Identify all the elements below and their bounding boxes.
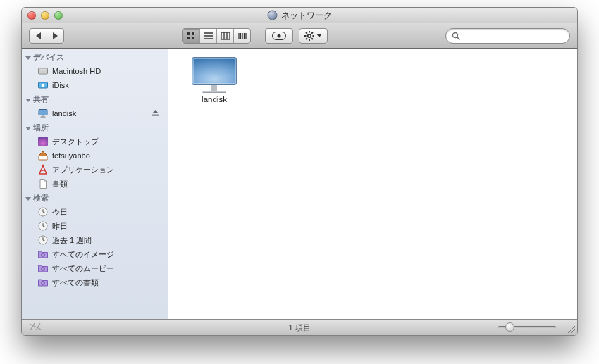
applications-icon xyxy=(37,164,49,175)
resize-handle[interactable] xyxy=(566,324,576,334)
disclosure-triangle-icon xyxy=(25,99,31,102)
columns-icon xyxy=(221,32,230,40)
grid-icon xyxy=(186,32,196,40)
sidebar-group-places[interactable]: 場所 xyxy=(22,122,168,134)
view-coverflow-button[interactable] xyxy=(233,29,250,43)
finder-window: ネットワーク xyxy=(21,7,578,336)
svg-rect-32 xyxy=(41,117,46,118)
smart-folder-icon xyxy=(37,249,49,260)
smart-folder-icon xyxy=(37,277,49,288)
chevron-right-icon xyxy=(53,32,58,39)
sidebar-item-all-documents[interactable]: すべての書類 xyxy=(22,275,168,289)
titlebar[interactable]: ネットワーク xyxy=(22,8,577,23)
home-icon xyxy=(37,150,49,161)
sidebar-item-all-images[interactable]: すべてのイメージ xyxy=(22,247,168,261)
smart-folder-icon xyxy=(37,263,49,274)
window-title-text: ネットワーク xyxy=(281,9,332,21)
sidebar-item-label: デスクトップ xyxy=(52,137,163,147)
forward-button[interactable] xyxy=(47,29,63,43)
shared-computer-icon xyxy=(37,108,49,119)
svg-rect-27 xyxy=(39,70,47,73)
search-icon xyxy=(452,32,460,40)
chevron-down-icon xyxy=(316,34,322,37)
svg-rect-2 xyxy=(187,37,190,39)
svg-rect-31 xyxy=(42,115,44,117)
view-list-button[interactable] xyxy=(199,29,216,43)
sidebar-group-shared[interactable]: 共有 xyxy=(22,94,168,106)
eject-button[interactable] xyxy=(152,109,159,118)
gear-icon xyxy=(304,31,314,41)
action-menu-button[interactable] xyxy=(299,28,328,44)
search-field[interactable] xyxy=(445,28,570,44)
sidebar-group-search[interactable]: 検索 xyxy=(22,192,168,205)
sidebar-item-label: 過去 1 週間 xyxy=(52,235,163,246)
eject-icon xyxy=(152,109,159,117)
sidebar-item-label: tetsuyanbo xyxy=(52,151,163,160)
sidebar-item-documents[interactable]: 書類 xyxy=(22,177,168,191)
network-icon xyxy=(268,11,278,20)
view-icons-button[interactable] xyxy=(183,29,199,43)
back-button[interactable] xyxy=(30,29,47,43)
item-label: landisk xyxy=(186,95,242,103)
sidebar-group-devices[interactable]: デバイス xyxy=(22,51,168,64)
sidebar-item-all-movies[interactable]: すべてのムービー xyxy=(22,261,168,275)
svg-rect-3 xyxy=(192,37,194,39)
toolbar xyxy=(22,23,577,49)
sidebar-item-today[interactable]: 今日 xyxy=(22,205,168,219)
idisk-icon xyxy=(37,80,49,91)
sidebar-item-applications[interactable]: アプリケーション xyxy=(22,163,168,177)
svg-rect-7 xyxy=(221,32,230,39)
sidebar-item-home[interactable]: tetsuyanbo xyxy=(22,149,168,163)
sidebar-item-macintosh-hd[interactable]: Macintosh HD xyxy=(22,64,168,78)
window-title: ネットワーク xyxy=(268,9,332,21)
sidebar: デバイス Macintosh HD iDisk 共有 landisk xyxy=(22,49,168,319)
view-mode-buttons xyxy=(182,28,251,44)
svg-line-51 xyxy=(574,332,575,333)
item-count: 1 項目 xyxy=(288,322,310,333)
sidebar-item-yesterday[interactable]: 昨日 xyxy=(22,219,168,233)
sidebar-item-landisk[interactable]: landisk xyxy=(22,106,168,120)
sidebar-item-label: Macintosh HD xyxy=(52,67,163,75)
coverflow-icon xyxy=(237,32,247,40)
close-button[interactable] xyxy=(27,11,36,20)
sidebar-item-label: iDisk xyxy=(52,81,163,89)
content-area[interactable]: landisk xyxy=(168,49,577,319)
svg-rect-34 xyxy=(38,137,48,146)
documents-icon xyxy=(37,178,49,189)
computer-icon xyxy=(192,57,237,92)
slider-knob[interactable] xyxy=(505,322,514,332)
svg-rect-0 xyxy=(187,32,190,35)
svg-rect-1 xyxy=(192,32,194,35)
edit-disabled-icon xyxy=(29,322,42,333)
svg-rect-17 xyxy=(309,39,310,41)
search-input[interactable] xyxy=(464,31,564,41)
chevron-left-icon xyxy=(36,32,41,39)
svg-rect-23 xyxy=(311,37,313,39)
disclosure-triangle-icon xyxy=(25,197,31,201)
item-landisk[interactable]: landisk xyxy=(186,57,242,103)
clock-icon xyxy=(37,234,49,246)
svg-rect-16 xyxy=(309,31,310,33)
sidebar-item-past-week[interactable]: 過去 1 週間 xyxy=(22,233,168,247)
sidebar-item-label: すべてのイメージ xyxy=(52,249,163,260)
zoom-button[interactable] xyxy=(54,11,63,20)
sidebar-item-idisk[interactable]: iDisk xyxy=(22,78,168,92)
sidebar-item-label: 今日 xyxy=(52,207,163,218)
svg-rect-20 xyxy=(311,32,313,34)
desktop-icon xyxy=(37,136,49,147)
nav-buttons xyxy=(29,28,64,44)
view-columns-button[interactable] xyxy=(216,29,233,43)
svg-rect-22 xyxy=(305,32,307,34)
sidebar-item-label: アプリケーション xyxy=(52,165,163,175)
svg-point-15 xyxy=(308,34,311,37)
quick-look-button[interactable] xyxy=(265,28,293,44)
internal-disk-icon xyxy=(37,65,49,77)
sidebar-item-label: すべてのムービー xyxy=(52,263,163,274)
minimize-button[interactable] xyxy=(41,11,49,20)
disclosure-triangle-icon xyxy=(25,127,31,130)
sidebar-item-desktop[interactable]: デスクトップ xyxy=(22,134,168,149)
icon-size-slider[interactable] xyxy=(498,326,556,329)
sidebar-item-label: 書類 xyxy=(52,179,163,189)
svg-line-25 xyxy=(457,37,459,39)
clock-icon xyxy=(37,206,49,218)
